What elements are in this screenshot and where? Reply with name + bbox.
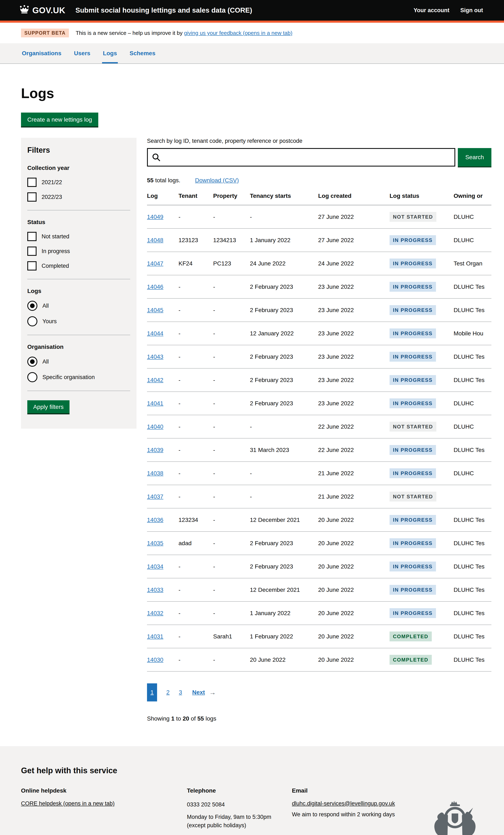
filter-divider [27, 210, 130, 210]
cell-log-created: 24 June 2022 [318, 252, 389, 275]
checkbox-option-completed[interactable]: Completed [27, 261, 130, 270]
nav-item-organisations[interactable]: Organisations [21, 43, 62, 63]
checkbox-control[interactable] [27, 232, 37, 241]
create-lettings-log-button[interactable]: Create a new lettings log [21, 113, 98, 126]
cell-tenancy-starts: 12 December 2021 [250, 578, 318, 602]
status-badge: IN PROGRESS [389, 468, 436, 478]
table-row: 14044--12 January 202223 June 2022IN PRO… [147, 322, 491, 345]
govuk-logo[interactable]: GOV.UK [19, 5, 65, 16]
checkbox-control[interactable] [27, 247, 37, 256]
pagination-page-1-current[interactable]: 1 [147, 684, 157, 701]
filter-divider [27, 391, 130, 391]
log-id-link[interactable]: 14045 [147, 307, 163, 313]
cell-owning-organisation: DLUHC [453, 228, 491, 252]
radio-control[interactable] [27, 301, 37, 311]
checkbox-option-2022-23[interactable]: 2022/23 [27, 192, 130, 202]
cell-tenant: - [179, 275, 213, 299]
search-input[interactable] [147, 148, 455, 166]
log-id-link[interactable]: 14030 [147, 656, 163, 663]
cell-log: 14044 [147, 322, 179, 345]
radio-option-all[interactable]: All [27, 301, 130, 311]
govuk-header: GOV.UK Submit social housing lettings an… [0, 0, 504, 23]
sign-out-link[interactable]: Sign out [460, 7, 483, 14]
log-id-link[interactable]: 14043 [147, 353, 163, 360]
service-name-link[interactable]: Submit social housing lettings and sales… [75, 6, 252, 14]
cell-log: 14048 [147, 228, 179, 252]
radio-option-yours[interactable]: Yours [27, 316, 130, 326]
log-id-link[interactable]: 14048 [147, 237, 163, 243]
cell-log-status: IN PROGRESS [389, 462, 453, 485]
log-id-link[interactable]: 14034 [147, 563, 163, 570]
log-id-link[interactable]: 14035 [147, 540, 163, 547]
col-header-log-status: Log status [389, 192, 453, 205]
cell-tenancy-starts: - [250, 205, 318, 229]
cell-log-status: NOT STARTED [389, 485, 453, 508]
royal-coat-of-arms [429, 799, 478, 835]
checkbox-option-2021-22[interactable]: 2021/22 [27, 178, 130, 187]
log-id-link[interactable]: 14032 [147, 610, 163, 616]
log-id-link[interactable]: 14044 [147, 330, 163, 337]
search-button[interactable]: Search [458, 148, 491, 166]
checkbox-option-not-started[interactable]: Not started [27, 232, 130, 241]
log-id-link[interactable]: 14040 [147, 423, 163, 430]
log-id-link[interactable]: 14039 [147, 447, 163, 453]
cell-property: PC123 [213, 252, 250, 275]
search-label: Search by log ID, tenant code, property … [147, 138, 302, 144]
radio-control[interactable] [27, 372, 37, 382]
cell-owning-organisation: DLUHC [453, 415, 491, 438]
log-id-link[interactable]: 14031 [147, 633, 163, 640]
cell-owning-organisation [453, 485, 491, 508]
pagination-next-link[interactable]: Next [192, 689, 205, 696]
log-id-link[interactable]: 14042 [147, 377, 163, 383]
cell-property: - [213, 345, 250, 368]
cell-tenancy-starts: 2 February 2023 [250, 275, 318, 299]
cell-tenancy-starts: 24 June 2022 [250, 252, 318, 275]
cell-tenancy-starts: 1 February 2022 [250, 625, 318, 648]
log-id-link[interactable]: 14046 [147, 284, 163, 290]
cell-tenancy-starts: - [250, 415, 318, 438]
helpdesk-link[interactable]: CORE helpdesk (opens in a new tab) [21, 800, 115, 807]
nav-item-logs[interactable]: Logs [102, 43, 118, 63]
status-badge: COMPLETED [389, 655, 432, 665]
log-id-link[interactable]: 14041 [147, 400, 163, 407]
checkbox-control[interactable] [27, 192, 37, 202]
pagination-page-3[interactable]: 3 [179, 689, 182, 696]
cell-log-status: IN PROGRESS [389, 345, 453, 368]
apply-filters-button[interactable]: Apply filters [27, 400, 69, 413]
radio-control[interactable] [27, 357, 37, 367]
nav-item-users[interactable]: Users [73, 43, 91, 63]
cell-owning-organisation: DLUHC Tes [453, 508, 491, 532]
email-link[interactable]: dluhc.digital-services@levellingup.gov.u… [292, 800, 395, 807]
log-id-link[interactable]: 14037 [147, 493, 163, 500]
radio-option-all[interactable]: All [27, 357, 130, 367]
checkbox-control[interactable] [27, 261, 37, 270]
feedback-link[interactable]: giving us your feedback (opens in a new … [184, 30, 292, 36]
cell-tenant: - [179, 392, 213, 415]
your-account-link[interactable]: Your account [414, 7, 449, 14]
log-id-link[interactable]: 14033 [147, 587, 163, 593]
col-header-property: Property [213, 192, 250, 205]
cell-log-created: 20 June 2022 [318, 625, 389, 648]
pagination-page-2[interactable]: 2 [166, 689, 170, 696]
filter-group-legend: Logs [27, 288, 130, 294]
cell-property: - [213, 299, 250, 322]
telephone-title: Telephone [187, 787, 292, 794]
status-badge: IN PROGRESS [389, 445, 436, 455]
log-id-link[interactable]: 14049 [147, 213, 163, 220]
cell-log: 14034 [147, 555, 179, 578]
log-id-link[interactable]: 14047 [147, 260, 163, 267]
cell-owning-organisation: DLUHC Tes [453, 602, 491, 625]
checkbox-control[interactable] [27, 178, 37, 187]
cell-tenant: - [179, 205, 213, 229]
nav-item-schemes[interactable]: Schemes [129, 43, 156, 63]
log-id-link[interactable]: 14038 [147, 470, 163, 476]
radio-control[interactable] [27, 316, 37, 326]
status-badge: IN PROGRESS [389, 282, 436, 292]
cell-log: 14033 [147, 578, 179, 602]
cell-log-created: 21 June 2022 [318, 485, 389, 508]
radio-option-specific-organisation[interactable]: Specific organisation [27, 372, 130, 382]
table-row: 1404812312312342131 January 202227 June … [147, 228, 491, 252]
log-id-link[interactable]: 14036 [147, 517, 163, 523]
download-csv-link[interactable]: Download (CSV) [195, 177, 239, 184]
checkbox-option-in-progress[interactable]: In progress [27, 247, 130, 256]
